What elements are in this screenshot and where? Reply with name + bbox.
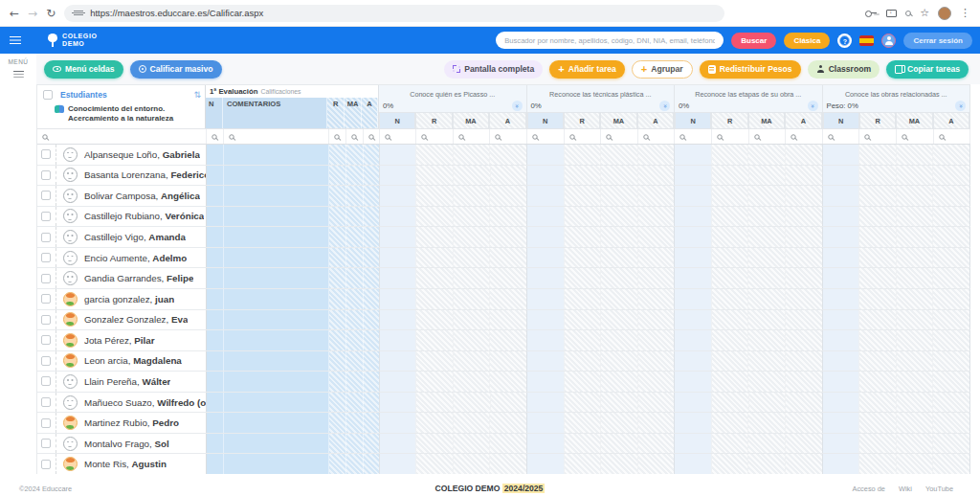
task-grade-cell-ma[interactable] xyxy=(897,289,934,309)
task-grade-cell-ma[interactable] xyxy=(601,207,638,227)
row-checkbox[interactable] xyxy=(41,356,51,366)
grade-cell-n[interactable] xyxy=(207,393,224,413)
task-grade-cell-r[interactable] xyxy=(712,393,749,413)
task-grade-cell-ma[interactable] xyxy=(454,372,491,392)
task-grade-cell-a[interactable] xyxy=(933,310,970,330)
task-grade-cell-n[interactable] xyxy=(823,393,860,413)
task-grade-cell-n[interactable] xyxy=(823,289,860,309)
task-grade-cell-n[interactable] xyxy=(380,393,417,413)
task-grade-cell-a[interactable] xyxy=(786,351,823,372)
task-grade-cell-n[interactable] xyxy=(527,330,565,350)
browser-profile-avatar[interactable] xyxy=(938,7,951,20)
task-grade-cell-r[interactable] xyxy=(416,145,454,165)
task-grade-cell-r[interactable] xyxy=(565,268,602,288)
grade-cell-n[interactable] xyxy=(207,351,224,372)
task-grade-cell-r[interactable] xyxy=(712,207,749,227)
task-grade-cell-ma[interactable] xyxy=(601,372,638,392)
grade-cell-n[interactable] xyxy=(207,207,224,227)
task-subcol-ma[interactable]: MA xyxy=(600,112,636,128)
task-grade-cell-ma[interactable] xyxy=(897,454,934,474)
user-avatar[interactable] xyxy=(881,34,896,48)
grade-cell-ma[interactable] xyxy=(346,393,364,413)
task-grade-cell-n[interactable] xyxy=(675,372,712,392)
student-cell[interactable]: Castillejo Rubiano, Verónica xyxy=(56,207,207,227)
task-grade-cell-n[interactable] xyxy=(380,310,417,330)
filter-cell[interactable] xyxy=(490,129,527,144)
comment-cell[interactable] xyxy=(224,268,329,288)
task-grade-cell-n[interactable] xyxy=(380,289,417,309)
sort-icon[interactable]: ⇅ xyxy=(193,90,201,100)
row-checkbox[interactable] xyxy=(41,315,51,325)
task-grade-cell-n[interactable] xyxy=(527,289,565,309)
grade-cell-ma[interactable] xyxy=(346,145,364,165)
task-name[interactable]: Reconoce las técnicas plástica ... xyxy=(527,85,675,99)
task-grade-cell-a[interactable] xyxy=(786,289,823,309)
task-grade-cell-r[interactable] xyxy=(565,330,602,350)
grade-cell-r[interactable] xyxy=(329,268,346,288)
task-subcol-ma[interactable]: MA xyxy=(453,112,489,128)
task-grade-cell-ma[interactable] xyxy=(749,166,787,186)
task-grade-cell-r[interactable] xyxy=(859,227,897,247)
task-grade-cell-r[interactable] xyxy=(565,166,602,186)
task-grade-cell-ma[interactable] xyxy=(601,393,638,413)
task-grade-cell-ma[interactable] xyxy=(748,248,786,268)
row-checkbox[interactable] xyxy=(41,397,51,407)
grade-cell-a[interactable] xyxy=(364,330,380,350)
col-header-a[interactable]: A xyxy=(362,98,378,128)
task-subcol-n[interactable]: N xyxy=(823,112,859,128)
task-grade-cell-ma[interactable] xyxy=(454,393,491,413)
filter-cell[interactable] xyxy=(380,129,417,144)
student-cell[interactable]: Encio Aumente, Adelmo xyxy=(56,248,207,268)
task-grade-cell-n[interactable] xyxy=(380,454,417,474)
task-grade-cell-r[interactable] xyxy=(565,393,602,413)
filter-cell[interactable] xyxy=(823,129,860,144)
agrupar-button[interactable]: +Agrupar xyxy=(632,60,693,79)
grade-cell-a[interactable] xyxy=(364,166,380,186)
student-cell[interactable]: Basanta Lorenzana, Federico xyxy=(56,166,207,186)
task-grade-cell-r[interactable] xyxy=(565,310,602,330)
task-grade-cell-a[interactable] xyxy=(933,268,970,288)
task-grade-cell-n[interactable] xyxy=(527,413,565,433)
menu-align-icon[interactable] xyxy=(13,71,24,79)
task-grade-cell-a[interactable] xyxy=(638,413,676,433)
row-checkbox[interactable] xyxy=(41,294,51,304)
collapse-icon[interactable]: » xyxy=(955,101,966,111)
row-checkbox[interactable] xyxy=(41,460,51,469)
grade-cell-ma[interactable] xyxy=(346,434,364,454)
task-grade-cell-ma[interactable] xyxy=(897,372,934,392)
buscar-button[interactable]: Buscar xyxy=(731,33,776,49)
row-checkbox[interactable] xyxy=(41,191,51,200)
comment-cell[interactable] xyxy=(224,351,329,372)
task-grade-cell-a[interactable] xyxy=(933,372,970,392)
task-grade-cell-r[interactable] xyxy=(712,330,749,350)
task-grade-cell-a[interactable] xyxy=(933,289,970,309)
student-cell[interactable]: Llain Pereña, Wálter xyxy=(56,372,207,392)
task-grade-cell-a[interactable] xyxy=(638,186,676,206)
task-grade-cell-n[interactable] xyxy=(380,145,417,165)
task-grade-cell-a[interactable] xyxy=(933,186,970,206)
task-grade-cell-r[interactable] xyxy=(565,351,602,372)
task-grade-cell-r[interactable] xyxy=(416,289,454,309)
student-cell[interactable]: Monte Ris, Agustin xyxy=(56,454,207,474)
task-grade-cell-a[interactable] xyxy=(786,372,823,392)
task-grade-cell-ma[interactable] xyxy=(601,310,638,330)
task-grade-cell-ma[interactable] xyxy=(897,186,934,206)
task-grade-cell-a[interactable] xyxy=(786,413,823,433)
task-grade-cell-r[interactable] xyxy=(712,372,749,392)
task-grade-cell-ma[interactable] xyxy=(601,434,638,454)
task-grade-cell-r[interactable] xyxy=(859,166,897,186)
task-grade-cell-ma[interactable] xyxy=(748,145,786,165)
task-grade-cell-a[interactable] xyxy=(490,454,527,474)
task-grade-cell-r[interactable] xyxy=(859,248,897,268)
task-grade-cell-ma[interactable] xyxy=(748,434,786,454)
task-name[interactable]: Conoce las obras relacionadas ... xyxy=(823,85,970,99)
row-checkbox[interactable] xyxy=(41,439,51,448)
task-grade-cell-n[interactable] xyxy=(527,207,565,227)
task-grade-cell-r[interactable] xyxy=(416,207,454,227)
task-grade-cell-ma[interactable] xyxy=(748,207,786,227)
filter-cell[interactable] xyxy=(37,129,207,144)
student-cell[interactable]: Montalvo Frago, Sol xyxy=(56,434,207,454)
col-header-comentarios[interactable]: COMENTARIOS xyxy=(223,98,327,128)
forward-icon[interactable]: → xyxy=(28,8,37,19)
task-grade-cell-a[interactable] xyxy=(786,434,823,454)
